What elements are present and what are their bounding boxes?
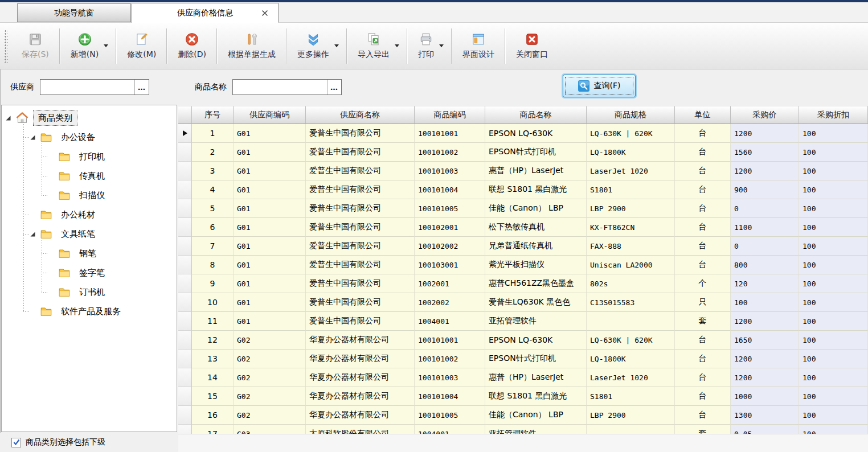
tree-node-label[interactable]: 传真机 <box>75 169 109 183</box>
cell-purchase-price[interactable]: 1560 <box>731 143 799 162</box>
cell-supplier-code[interactable]: G01 <box>234 218 306 237</box>
cell-supplier-name[interactable]: 华夏办公器材有限公司 <box>306 331 415 350</box>
cell-product-code[interactable]: 100102001 <box>415 218 485 237</box>
row-selector-cell[interactable] <box>178 237 192 256</box>
tree-node-stationery[interactable]: 文具纸笔 <box>23 224 177 244</box>
supplier-input[interactable] <box>40 80 134 94</box>
tree-node-software-products[interactable]: 软件产品及服务 <box>23 302 177 321</box>
cell-purchase-price[interactable]: 0.05 <box>731 425 799 434</box>
cell-product-spec[interactable]: LQ-630K | 620K <box>587 124 675 143</box>
row-selector-cell[interactable] <box>178 425 192 434</box>
cell-seq[interactable]: 17 <box>192 425 234 434</box>
cell-product-code[interactable]: 100101005 <box>415 199 485 218</box>
cell-product-name[interactable]: 惠普CH561ZZ黑色墨盒 <box>485 274 587 293</box>
tree-node-pens[interactable]: 钢笔 <box>42 244 177 263</box>
cell-product-name[interactable]: 亚拓管理软件 <box>485 312 587 331</box>
cell-product-code[interactable]: 100101004 <box>415 180 485 199</box>
cell-purchase-discount[interactable]: 100 <box>799 218 868 237</box>
cell-purchase-price[interactable]: 1200 <box>731 312 799 331</box>
cell-supplier-code[interactable]: G01 <box>234 143 306 162</box>
cell-product-name[interactable]: 兄弟普通纸传真机 <box>485 237 587 256</box>
cell-seq[interactable]: 16 <box>192 406 234 425</box>
cell-supplier-name[interactable]: 爱普生中国有限公司 <box>306 162 415 180</box>
cell-product-name[interactable]: 惠普（HP）LaserJet <box>485 368 587 387</box>
cell-purchase-discount[interactable]: 100 <box>799 199 868 218</box>
cell-product-spec[interactable]: LQ-630K | 620K <box>587 331 675 350</box>
column-header-purchase-discount[interactable]: 采购折扣 <box>799 106 868 124</box>
cell-unit[interactable]: 台 <box>675 237 731 256</box>
cell-supplier-name[interactable]: 爱普生中国有限公司 <box>306 199 415 218</box>
cell-unit[interactable]: 台 <box>675 406 731 425</box>
cell-product-code[interactable]: 100101002 <box>415 143 485 162</box>
cell-unit[interactable]: 套 <box>675 312 731 331</box>
cell-purchase-discount[interactable]: 100 <box>799 331 868 350</box>
cell-product-name[interactable]: 爱普生LQ630K 黑色色 <box>485 293 587 312</box>
cell-product-code[interactable]: 100101001 <box>415 331 485 350</box>
tree-node-sign-pens[interactable]: 签字笔 <box>42 263 177 282</box>
cell-purchase-discount[interactable]: 100 <box>799 425 868 434</box>
tree-node-label[interactable]: 商品类别 <box>33 110 77 126</box>
cell-supplier-name[interactable]: 爱普生中国有限公司 <box>306 180 415 199</box>
cell-purchase-discount[interactable]: 100 <box>799 368 868 387</box>
delete-button[interactable]: 删除(D) <box>169 26 215 67</box>
cell-purchase-discount[interactable]: 100 <box>799 312 868 331</box>
cell-purchase-price[interactable]: 900 <box>731 180 799 199</box>
cell-purchase-discount[interactable]: 100 <box>799 237 868 256</box>
cell-purchase-price[interactable]: 1000 <box>731 387 799 406</box>
cell-product-code[interactable]: 100101001 <box>415 124 485 143</box>
tree-node-label[interactable]: 扫描仪 <box>75 188 109 203</box>
row-selector-cell[interactable] <box>178 350 192 368</box>
cell-purchase-discount[interactable]: 100 <box>799 143 868 162</box>
cell-unit[interactable]: 台 <box>675 143 731 162</box>
supplier-browse-button[interactable]: … <box>134 80 149 94</box>
cell-product-spec[interactable]: LBP 2900 <box>587 406 675 425</box>
cell-product-spec[interactable]: LaserJet 1020 <box>587 162 675 180</box>
cell-product-code[interactable]: 100102002 <box>415 237 485 256</box>
tree-node-fax-machines[interactable]: 传真机 <box>42 166 177 186</box>
cell-purchase-discount[interactable]: 100 <box>799 256 868 274</box>
cell-purchase-price[interactable]: 0 <box>731 237 799 256</box>
row-selector-cell[interactable] <box>178 406 192 425</box>
table-row[interactable]: 11G01爱普生中国有限公司1004001亚拓管理软件套1200100 <box>178 312 868 331</box>
tab-supplier-price-info[interactable]: 供应商价格信息 <box>132 3 279 23</box>
cell-supplier-code[interactable]: G02 <box>234 368 306 387</box>
cell-purchase-price[interactable]: 1200 <box>731 124 799 143</box>
cell-purchase-discount[interactable]: 100 <box>799 274 868 293</box>
save-button[interactable]: 保存(S) <box>13 26 58 67</box>
cell-supplier-name[interactable]: 华夏办公器材有限公司 <box>306 406 415 425</box>
column-header-seq[interactable]: 序号 <box>192 106 234 124</box>
cell-supplier-code[interactable]: G01 <box>234 237 306 256</box>
cell-purchase-discount[interactable]: 100 <box>799 124 868 143</box>
table-row[interactable]: 10G01爱普生中国有限公司1002002爱普生LQ630K 黑色色C13S01… <box>178 293 868 312</box>
cell-product-spec[interactable]: LaserJet 1020 <box>587 368 675 387</box>
cell-unit[interactable]: 台 <box>675 331 731 350</box>
tree-node-label[interactable]: 签字笔 <box>75 266 109 280</box>
cell-unit[interactable]: 台 <box>675 180 731 199</box>
table-row[interactable]: 3G01爱普生中国有限公司100101003惠普（HP）LaserJetLase… <box>178 162 868 180</box>
dropdown-arrow-icon[interactable] <box>439 44 444 50</box>
row-selector-cell[interactable] <box>178 143 192 162</box>
grid-scroll-strip[interactable] <box>178 434 868 452</box>
cell-purchase-price[interactable]: 1300 <box>731 406 799 425</box>
tree-node-label[interactable]: 办公耗材 <box>56 208 100 222</box>
row-selector-cell[interactable] <box>178 387 192 406</box>
row-selector-cell[interactable] <box>178 199 192 218</box>
row-selector-cell[interactable] <box>178 180 192 199</box>
row-selector-cell[interactable] <box>178 331 192 350</box>
cell-product-name[interactable]: EPSON LQ-630K <box>485 124 587 143</box>
tree-node-category-root[interactable]: 商品类别 <box>5 108 177 128</box>
cell-product-code[interactable]: 1002001 <box>415 274 485 293</box>
cell-purchase-price[interactable]: 1200 <box>731 368 799 387</box>
table-row[interactable]: 16G02华夏办公器材有限公司100101005佳能（Canon） LBPLBP… <box>178 406 868 425</box>
cell-product-spec[interactable] <box>587 312 675 331</box>
table-row[interactable]: 14G02华夏办公器材有限公司100101003惠普（HP）LaserJetLa… <box>178 368 868 387</box>
table-row[interactable]: 2G01爱普生中国有限公司100101002EPSON针式打印机LQ-1800K… <box>178 143 868 162</box>
tree-node-label[interactable]: 办公设备 <box>56 130 100 145</box>
cell-supplier-name[interactable]: 太原科软股份有限公司 <box>306 425 415 434</box>
cell-seq[interactable]: 11 <box>192 312 234 331</box>
row-selector-cell[interactable] <box>178 218 192 237</box>
column-header-supplier-code[interactable]: 供应商编码 <box>234 106 306 124</box>
search-button[interactable]: 查询(F) <box>563 75 636 97</box>
row-selector-cell[interactable] <box>178 124 192 143</box>
cell-product-code[interactable]: 100101003 <box>415 162 485 180</box>
